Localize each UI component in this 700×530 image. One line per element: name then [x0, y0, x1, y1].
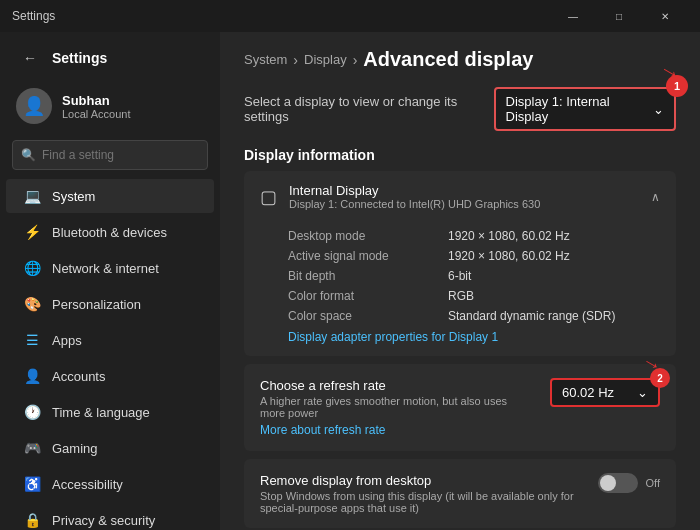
- info-row-desktop: Desktop mode 1920 × 1080, 60.02 Hz: [288, 226, 660, 246]
- titlebar-title: Settings: [12, 9, 550, 23]
- minimize-button[interactable]: —: [550, 0, 596, 32]
- display-info-card: ▢ Internal Display Display 1: Connected …: [244, 171, 676, 356]
- user-subtitle: Local Account: [62, 108, 131, 120]
- maximize-button[interactable]: □: [596, 0, 642, 32]
- sidebar-item-apps[interactable]: ☰ Apps: [6, 323, 214, 357]
- sidebar-item-label: Gaming: [52, 441, 98, 456]
- display-dropdown-chevron: ⌄: [653, 102, 664, 117]
- content-area: System › Display › Advanced display Sele…: [220, 32, 700, 530]
- gaming-icon: 🎮: [22, 438, 42, 458]
- refresh-rate-value: 60.02 Hz: [562, 385, 614, 400]
- section-title: Display information: [244, 147, 676, 163]
- info-row-bitdepth: Bit depth 6-bit: [288, 266, 660, 286]
- color-space-label: Color space: [288, 309, 448, 323]
- sidebar-item-label: Privacy & security: [52, 513, 155, 528]
- info-row-signal: Active signal mode 1920 × 1080, 60.02 Hz: [288, 246, 660, 266]
- remove-display-control: Off: [598, 473, 660, 493]
- sidebar-item-label: Time & language: [52, 405, 150, 420]
- sidebar-title: Settings: [52, 50, 107, 66]
- sidebar-item-label: Personalization: [52, 297, 141, 312]
- display-card-title: Internal Display: [289, 183, 639, 198]
- search-box[interactable]: 🔍: [12, 140, 208, 170]
- color-space-value: Standard dynamic range (SDR): [448, 309, 615, 323]
- remove-display-card: Remove display from desktop Stop Windows…: [244, 459, 676, 528]
- titlebar: Settings — □ ✕: [0, 0, 700, 32]
- breadcrumb-system[interactable]: System: [244, 52, 287, 67]
- personalization-icon: 🎨: [22, 294, 42, 314]
- toggle-knob: [600, 475, 616, 491]
- desktop-mode-value: 1920 × 1080, 60.02 Hz: [448, 229, 570, 243]
- network-icon: 🌐: [22, 258, 42, 278]
- bluetooth-icon: ⚡: [22, 222, 42, 242]
- sidebar-item-personalization[interactable]: 🎨 Personalization: [6, 287, 214, 321]
- signal-mode-value: 1920 × 1080, 60.02 Hz: [448, 249, 570, 263]
- time-icon: 🕐: [22, 402, 42, 422]
- apps-icon: ☰: [22, 330, 42, 350]
- user-info: Subhan Local Account: [62, 93, 131, 120]
- sidebar-item-label: Bluetooth & devices: [52, 225, 167, 240]
- display-info-header-info: Internal Display Display 1: Connected to…: [289, 183, 639, 210]
- sidebar-item-label: Apps: [52, 333, 82, 348]
- sidebar-item-network[interactable]: 🌐 Network & internet: [6, 251, 214, 285]
- sidebar-item-label: Accessibility: [52, 477, 123, 492]
- avatar: 👤: [16, 88, 52, 124]
- sidebar-item-bluetooth[interactable]: ⚡ Bluetooth & devices: [6, 215, 214, 249]
- desktop-mode-label: Desktop mode: [288, 229, 448, 243]
- sidebar-item-privacy[interactable]: 🔒 Privacy & security: [6, 503, 214, 530]
- refresh-dropdown-wrapper: 60.02 Hz ⌄ 2 →: [550, 378, 660, 407]
- remove-display-subtitle: Stop Windows from using this display (it…: [260, 490, 582, 514]
- signal-mode-label: Active signal mode: [288, 249, 448, 263]
- display-info-card-header[interactable]: ▢ Internal Display Display 1: Connected …: [244, 171, 676, 222]
- sidebar-item-accounts[interactable]: 👤 Accounts: [6, 359, 214, 393]
- sidebar-item-accessibility[interactable]: ♿ Accessibility: [6, 467, 214, 501]
- refresh-rate-title: Choose a refresh rate: [260, 378, 534, 393]
- sidebar-header: ← Settings: [0, 32, 220, 80]
- breadcrumb-arrow1: ›: [293, 52, 298, 68]
- refresh-rate-subtitle: A higher rate gives smoother motion, but…: [260, 395, 534, 419]
- sidebar-item-time[interactable]: 🕐 Time & language: [6, 395, 214, 429]
- chevron-up-icon: ∧: [651, 190, 660, 204]
- color-format-value: RGB: [448, 289, 474, 303]
- accessibility-icon: ♿: [22, 474, 42, 494]
- user-section: 👤 Subhan Local Account: [0, 80, 220, 136]
- color-format-label: Color format: [288, 289, 448, 303]
- refresh-dropdown-chevron: ⌄: [637, 385, 648, 400]
- search-icon: 🔍: [21, 148, 36, 162]
- close-button[interactable]: ✕: [642, 0, 688, 32]
- adapter-properties-link[interactable]: Display adapter properties for Display 1: [288, 330, 660, 344]
- display-card-subtitle: Display 1: Connected to Intel(R) UHD Gra…: [289, 198, 639, 210]
- refresh-rate-control: 60.02 Hz ⌄ 2 →: [550, 378, 660, 407]
- back-button[interactable]: ←: [16, 44, 44, 72]
- sidebar-item-label: Accounts: [52, 369, 105, 384]
- breadcrumb-arrow2: ›: [353, 52, 358, 68]
- system-icon: 💻: [22, 186, 42, 206]
- user-name: Subhan: [62, 93, 131, 108]
- toggle-label: Off: [646, 477, 660, 489]
- breadcrumb-display[interactable]: Display: [304, 52, 347, 67]
- remove-display-toggle[interactable]: [598, 473, 638, 493]
- search-input[interactable]: [42, 141, 199, 169]
- info-row-colorspace: Color space Standard dynamic range (SDR): [288, 306, 660, 326]
- window-controls: — □ ✕: [550, 0, 688, 32]
- monitor-icon: ▢: [260, 186, 277, 208]
- info-row-colorformat: Color format RGB: [288, 286, 660, 306]
- accounts-icon: 👤: [22, 366, 42, 386]
- sidebar-item-label: System: [52, 189, 95, 204]
- display-dropdown[interactable]: Display 1: Internal Display ⌄: [494, 87, 676, 131]
- refresh-rate-link[interactable]: More about refresh rate: [260, 423, 534, 437]
- breadcrumb: System › Display › Advanced display: [244, 48, 676, 71]
- display-selector-label: Select a display to view or change its s…: [244, 94, 494, 124]
- sidebar-item-gaming[interactable]: 🎮 Gaming: [6, 431, 214, 465]
- breadcrumb-current: Advanced display: [363, 48, 533, 71]
- privacy-icon: 🔒: [22, 510, 42, 530]
- bit-depth-value: 6-bit: [448, 269, 471, 283]
- sidebar: ← Settings 👤 Subhan Local Account 🔍 💻 Sy…: [0, 32, 220, 530]
- bit-depth-label: Bit depth: [288, 269, 448, 283]
- display-dropdown-value: Display 1: Internal Display: [506, 94, 647, 124]
- refresh-rate-info: Choose a refresh rate A higher rate give…: [260, 378, 534, 437]
- display-selector-row: Select a display to view or change its s…: [244, 87, 676, 131]
- sidebar-item-system[interactable]: 💻 System: [6, 179, 214, 213]
- sidebar-item-label: Network & internet: [52, 261, 159, 276]
- refresh-rate-dropdown[interactable]: 60.02 Hz ⌄: [550, 378, 660, 407]
- display-dropdown-wrapper: Display 1: Internal Display ⌄ 1 →: [494, 87, 676, 131]
